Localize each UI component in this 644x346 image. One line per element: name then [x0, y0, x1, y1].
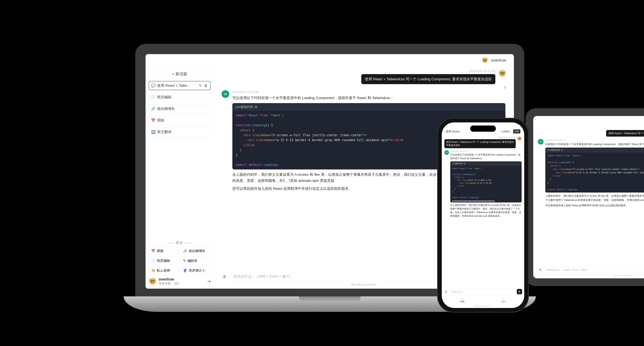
delete-icon[interactable]: 🗑 [204, 84, 208, 88]
phone-device: 使用 React . Loadin... 任务 🤓 2023/5/26 15:3… [438, 119, 528, 312]
nav-me-tab[interactable]: ☺ 我的 [483, 295, 524, 305]
title-truncated: Loadin... [501, 130, 512, 133]
conversation-item[interactable]: 💬 使用 React + Tailw... ✎ 🗑 [149, 81, 210, 90]
user-message: 使用 React + Tailwindcss 写一个 Loading Compo… [361, 74, 495, 84]
role-title: 塔罗牌占卜 [189, 268, 206, 273]
bot-paragraph: 可以使用以下代码实现一个水平垂直居中的 Loading Component，该组… [232, 95, 506, 101]
conversation-title: 英文翻译 [157, 130, 208, 134]
code-block: jsx复制代码⧉ import React from 'react'; func… [545, 148, 644, 193]
roles-label: —— 角色 —— [149, 241, 210, 245]
copy-code-icon[interactable]: ⧉ [561, 148, 563, 152]
bottom-nav: ⌂ 对话 ☺ 我的 [442, 295, 524, 305]
calendar-icon: 📅 [151, 249, 155, 253]
laptop-notch [303, 44, 357, 53]
logout-icon[interactable]: ⇥ [207, 279, 210, 284]
download-link[interactable]: 下载 [533, 261, 644, 266]
message-input[interactable]: 来说点什么... [450, 289, 516, 294]
conversation-title: 周报 [157, 118, 208, 123]
message-time: 2023/5/26 15:31:06 [498, 136, 516, 139]
user-message: 使用 React + Tailwindcss 写一个 Loading Compo… [444, 139, 516, 148]
bot-avatar: AI [538, 139, 544, 145]
code-content: import React from 'react'; function Load… [545, 153, 644, 193]
footer-username: overtrue [159, 277, 205, 281]
message-time: 2023/5/26 15:31:53 [545, 139, 644, 142]
message-time: 2023/5/26 15:31:53 [450, 150, 522, 153]
role-item[interactable]: 🔗老白聊增长 [180, 247, 211, 255]
icp-footer: 粤ICP备14048560号 [533, 274, 644, 278]
bot-paragraph: 上面的代码中，我们将父元素设置为 h-screen 和 flex 类，以便其占据… [545, 194, 644, 202]
user-icon: ☺ [502, 297, 505, 300]
nav-label: 我的 [502, 300, 506, 303]
doc-icon: 📄 [151, 95, 155, 99]
clear-button[interactable]: 🗑 [538, 267, 543, 272]
role-item[interactable]: 📄简历编辑 [149, 257, 179, 265]
conversation-item[interactable]: 🔗 老白聊增长 [149, 104, 210, 113]
conversation-title: 简历编辑 [157, 95, 208, 100]
conversation-title: 使用 React + Tailw... [157, 83, 196, 88]
role-title: 私人厨师 [157, 268, 170, 273]
role-item[interactable]: 👨‍🍳私人厨师 [149, 266, 179, 274]
role-item[interactable]: ✎编剧本 [180, 257, 211, 265]
chat-icon: 💬 [152, 84, 155, 88]
role-title: 周报 [157, 249, 164, 253]
copy-code-icon[interactable]: ⧉ [255, 104, 257, 110]
tablet-device: 🤓 overtrue 🤓 2023/5/26 15:31:06 使用 React… [526, 108, 644, 286]
role-item[interactable]: 📅周报 [149, 247, 179, 255]
role-item[interactable]: 🔮塔罗牌占卜 [180, 266, 211, 274]
message-time: 2023/5/26 15:31:53 [232, 90, 506, 94]
footer-avatar[interactable]: 🤓 [149, 277, 156, 285]
clear-button[interactable]: 🗑 [444, 289, 448, 294]
link-icon: 🔗 [151, 107, 155, 111]
user-avatar[interactable]: 🤓 [482, 57, 488, 63]
username: overtrue [491, 58, 506, 63]
clear-button[interactable]: 🗑 [222, 273, 228, 279]
bot-message: 以使用以下代码实现一个水平垂直居中的 Loading Component，该组件… [545, 142, 644, 207]
horizontal-scrollbar[interactable] [452, 201, 495, 201]
user-avatar: 🤓 [498, 70, 506, 77]
bot-paragraph: 在上面的代码中，我们将父元素设置为 h-screen 和 flex 类，以便其占… [450, 203, 522, 218]
tarot-icon: 🔮 [183, 268, 187, 272]
code-lang-label: jsx复制代码 [452, 162, 463, 165]
conversation-title: 老白聊增长 [157, 106, 208, 111]
send-button[interactable]: ➤ [517, 289, 522, 294]
bot-avatar: AI [444, 150, 449, 155]
code-lang-label: jsx复制代码 [547, 148, 560, 152]
conversation-item[interactable]: 📄 简历编辑 [149, 93, 210, 102]
bot-message: 可以使用以下代码实现一个水平垂直居中的 Loading Component，该组… [450, 153, 522, 218]
copy-icon[interactable]: ⧉ [504, 86, 506, 89]
user-message: 使用 React + Tailwindcss 写一个 Loading Compo… [606, 130, 644, 137]
home-icon: ⌂ [462, 297, 463, 300]
new-topic-button[interactable]: + 新话题 [149, 70, 210, 79]
app-header: 🤓 overtrue [533, 116, 644, 125]
footer-credits: 有效次数：597 [159, 281, 205, 285]
link-icon: 🔗 [183, 249, 187, 253]
code-lang-label: jsx复制代码 [235, 104, 253, 110]
code-content: import React from 'react'; function Load… [450, 166, 522, 200]
copy-code-icon[interactable]: ⧉ [464, 162, 466, 165]
sidebar: + 新话题 💬 使用 React + Tailw... ✎ 🗑 📄 简历编辑 🔗… [146, 66, 214, 289]
chef-icon: 👨‍🍳 [151, 268, 155, 272]
nav-chat-tab[interactable]: ⌂ 对话 [442, 295, 483, 305]
doc-icon: 📄 [151, 259, 155, 263]
role-title: 简历编辑 [157, 258, 170, 263]
icp-footer: 粤ICP备14048560号 [442, 305, 524, 308]
task-badge[interactable]: 任务 [513, 129, 520, 134]
code-block: jsx复制代码⧉ import React from 'react'; func… [450, 161, 522, 202]
bot-paragraph: 可以使用以下代码实现一个水平垂直居中的 Loading Component，该组… [450, 153, 522, 160]
collapse-sidebar-button[interactable]: ‹ [284, 178, 289, 187]
role-title: 编剧本 [188, 258, 198, 263]
edit-icon[interactable]: ✎ [198, 84, 202, 88]
role-title: 老白聊增长 [189, 249, 206, 253]
conversation-item[interactable]: 📅 周报 [149, 116, 210, 125]
message-input[interactable]: 来说点什么...（Shift + Enter = 换行） [544, 267, 644, 273]
bot-paragraph: 可以将此组件放入您的 React 应用程序中并进行自定义以适应您的需求。 [545, 203, 644, 207]
edit-icon: ✎ [183, 259, 186, 263]
nav-label: 对话 [460, 300, 464, 303]
nav-back-label[interactable]: 使用 React [446, 130, 460, 134]
bot-paragraph: 以使用以下代码实现一个水平垂直居中的 Loading Component，该组件… [545, 142, 644, 146]
conversation-item[interactable]: 🔤 英文翻译 [149, 127, 210, 136]
calendar-icon: 📅 [151, 118, 155, 123]
message-time: 2023/5/26 15:31:06 [469, 70, 495, 73]
user-avatar: 🤓 [517, 136, 522, 141]
app-header: 🤓 overtrue [146, 54, 514, 66]
